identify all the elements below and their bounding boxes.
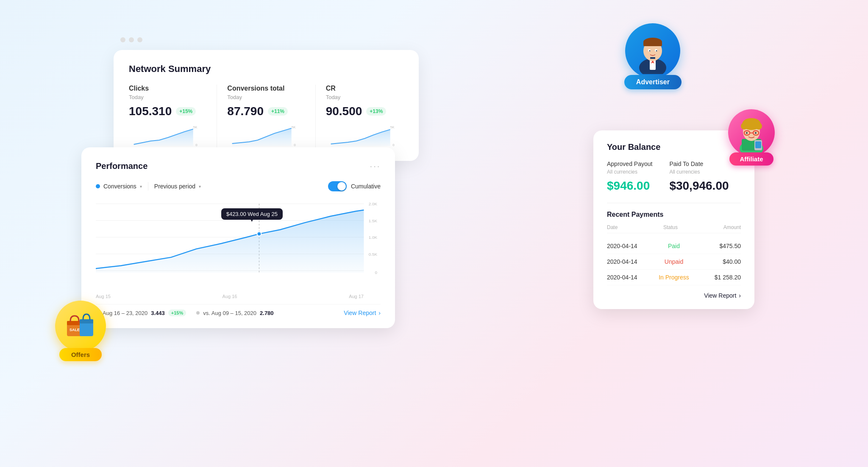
balance-view-report[interactable]: View Report › bbox=[607, 292, 741, 299]
col-status: Status bbox=[663, 224, 678, 230]
window-dot-3 bbox=[137, 37, 142, 42]
clicks-metric: Clicks Today 105.310 +15% 5K 0 bbox=[129, 85, 217, 149]
performance-title: Performance bbox=[96, 161, 147, 171]
offers-label: Offers bbox=[59, 348, 102, 361]
svg-text:0: 0 bbox=[195, 143, 198, 147]
svg-point-38 bbox=[746, 132, 748, 134]
payment-amount-1: $475.50 bbox=[696, 243, 741, 249]
cr-metric: CR Today 90.500 +13% 5K 0 bbox=[326, 85, 403, 149]
clicks-value: 105.310 bbox=[129, 105, 172, 118]
performance-menu-dots[interactable]: ··· bbox=[370, 160, 381, 172]
paid-to-date-sub: All currencies bbox=[669, 169, 729, 175]
window-dots bbox=[120, 37, 142, 42]
toggle-knob bbox=[337, 182, 346, 191]
approved-payout-sub: All currencies bbox=[607, 169, 652, 175]
control-separator-1 bbox=[148, 182, 148, 191]
offers-icon: SALE bbox=[64, 309, 97, 343]
x-axis-aug16: Aug 16 bbox=[223, 294, 237, 299]
svg-text:1.5K: 1.5K bbox=[369, 218, 378, 223]
approved-payout-value: $946.00 bbox=[607, 179, 652, 193]
payment-status-2: Unpaid bbox=[651, 258, 696, 265]
conversions-badge: +11% bbox=[268, 107, 288, 116]
advertiser-character bbox=[632, 28, 674, 74]
conversions-label: Conversions total bbox=[227, 85, 305, 92]
svg-point-12 bbox=[257, 232, 261, 236]
balance-chevron-right-icon: › bbox=[739, 292, 741, 299]
advertiser-label: Advertiser bbox=[624, 75, 682, 89]
offers-badge: SALE Offers bbox=[55, 301, 106, 361]
cr-chart: 5K 0 bbox=[326, 124, 403, 147]
paid-to-date-label: Paid To Date bbox=[669, 160, 729, 167]
paid-to-date-col: Paid To Date All currencies $30,946.00 bbox=[669, 160, 729, 193]
payment-amount-2: $40.00 bbox=[696, 258, 741, 265]
performance-footer: Aug 16 – 23, 2020 3.443 +15% vs. Aug 09 … bbox=[96, 304, 381, 316]
svg-text:SALE: SALE bbox=[70, 328, 80, 332]
view-report-label: View Report bbox=[344, 309, 376, 316]
payment-date-3: 2020-04-14 bbox=[607, 274, 651, 281]
secondary-stat-group: vs. Aug 09 – 15, 2020 2.780 bbox=[196, 310, 273, 316]
cumulative-label: Cumulative bbox=[351, 183, 381, 190]
svg-text:2.0K: 2.0K bbox=[369, 202, 378, 206]
conv-dot-icon bbox=[96, 184, 100, 188]
clicks-value-row: 105.310 +15% bbox=[129, 105, 206, 118]
primary-stat-date: Aug 16 – 23, 2020 bbox=[103, 310, 147, 316]
payment-amount-3: $1 258.20 bbox=[696, 274, 741, 281]
cr-badge: +13% bbox=[366, 107, 386, 116]
svg-point-34 bbox=[755, 123, 762, 130]
conversions-dropdown[interactable]: Conversions ▾ bbox=[96, 181, 142, 191]
conversions-sublabel: Today bbox=[227, 94, 305, 100]
payments-header: Date Status Amount bbox=[607, 224, 741, 233]
window-dot-1 bbox=[120, 37, 125, 42]
payment-date-2: 2020-04-14 bbox=[607, 258, 651, 265]
secondary-stat-dot bbox=[196, 311, 200, 315]
approved-payout-col: Approved Payout All currencies $946.00 bbox=[607, 160, 652, 193]
svg-text:0: 0 bbox=[375, 270, 378, 275]
cr-sublabel: Today bbox=[326, 94, 403, 100]
x-axis-labels: Aug 15 Aug 16 Aug 17 bbox=[96, 292, 381, 299]
cr-value: 90.500 bbox=[326, 105, 362, 118]
payment-status-1: Paid bbox=[651, 243, 696, 249]
advertiser-avatar-circle bbox=[625, 23, 680, 78]
approved-payout-label: Approved Payout bbox=[607, 160, 652, 167]
cumulative-toggle[interactable] bbox=[328, 181, 347, 191]
paid-to-date-value: $30,946.00 bbox=[669, 179, 729, 193]
period-dropdown[interactable]: Previous period ▾ bbox=[154, 181, 201, 191]
metrics-row: Clicks Today 105.310 +15% 5K 0 bbox=[129, 85, 403, 149]
payment-row-2: 2020-04-14 Unpaid $40.00 bbox=[607, 254, 741, 270]
period-filter-label: Previous period bbox=[154, 183, 195, 190]
clicks-chart: 5K 0 bbox=[129, 124, 206, 147]
performance-card: Performance ··· Conversions ▾ Previous p… bbox=[81, 147, 395, 328]
performance-controls: Conversions ▾ Previous period ▾ Cumulati… bbox=[96, 181, 381, 191]
conversions-value: 87.790 bbox=[227, 105, 264, 118]
x-axis-aug15: Aug 15 bbox=[96, 294, 111, 299]
svg-point-26 bbox=[649, 50, 651, 52]
balance-divider bbox=[607, 203, 741, 203]
svg-rect-23 bbox=[643, 42, 662, 46]
svg-text:0.5K: 0.5K bbox=[369, 252, 378, 257]
network-summary-title: Network Summary bbox=[129, 64, 403, 75]
cr-value-row: 90.500 +13% bbox=[326, 105, 403, 118]
svg-text:0: 0 bbox=[392, 143, 395, 147]
affiliate-character bbox=[732, 111, 771, 154]
svg-text:5K: 5K bbox=[193, 125, 198, 129]
affiliate-avatar: Affiliate bbox=[728, 109, 775, 166]
performance-chart-area: $423.00 Wed Aug 25 2.0K bbox=[96, 199, 381, 292]
conversions-filter-label: Conversions bbox=[103, 183, 136, 190]
network-summary-card: Network Summary Clicks Today 105.310 +15… bbox=[114, 50, 419, 161]
payment-row-1: 2020-04-14 Paid $475.50 bbox=[607, 238, 741, 254]
view-report-link[interactable]: View Report › bbox=[344, 309, 381, 316]
svg-rect-46 bbox=[80, 319, 93, 323]
svg-text:5K: 5K bbox=[292, 125, 296, 129]
offers-circle: SALE bbox=[55, 301, 106, 351]
col-date: Date bbox=[607, 224, 618, 230]
payment-row-3: 2020-04-14 In Progress $1 258.20 bbox=[607, 270, 741, 285]
payment-status-3: In Progress bbox=[651, 274, 696, 281]
clicks-label: Clicks bbox=[129, 85, 206, 92]
svg-text:5K: 5K bbox=[390, 125, 395, 129]
balance-title: Your Balance bbox=[607, 142, 741, 152]
conversions-metric: Conversions total Today 87.790 +11% 5K 0 bbox=[227, 85, 315, 149]
window-dot-2 bbox=[129, 37, 134, 42]
primary-stat-group: Aug 16 – 23, 2020 3.443 +15% bbox=[96, 309, 186, 316]
clicks-sublabel: Today bbox=[129, 94, 206, 100]
svg-rect-41 bbox=[755, 141, 761, 148]
